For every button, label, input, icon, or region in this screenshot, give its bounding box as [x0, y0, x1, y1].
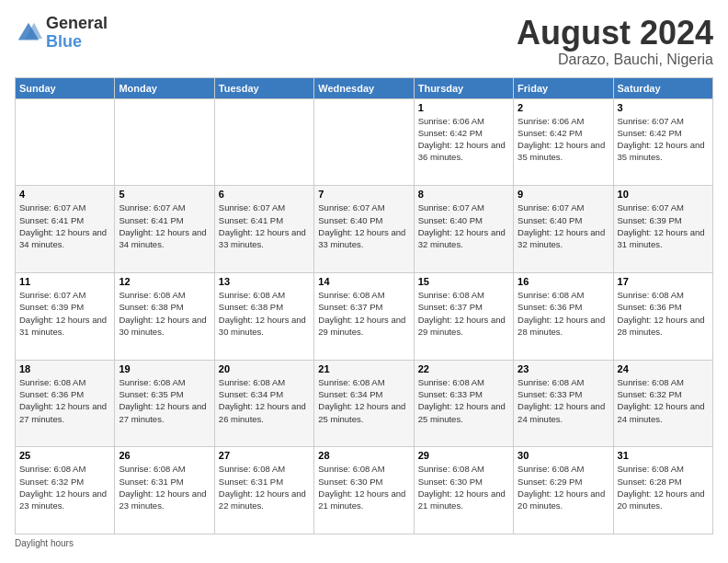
day-number: 20	[219, 363, 310, 374]
day-number: 13	[219, 276, 310, 287]
day-number: 31	[618, 450, 709, 461]
day-cell: 30Sunrise: 6:08 AM Sunset: 6:29 PM Dayli…	[514, 447, 613, 534]
day-cell: 26Sunrise: 6:08 AM Sunset: 6:31 PM Dayli…	[115, 447, 214, 534]
day-cell	[115, 98, 214, 186]
day-cell: 13Sunrise: 6:08 AM Sunset: 6:38 PM Dayli…	[214, 272, 313, 360]
week-row-5: 25Sunrise: 6:08 AM Sunset: 6:32 PM Dayli…	[16, 447, 713, 534]
day-info: Sunrise: 6:07 AM Sunset: 6:41 PM Dayligh…	[119, 201, 210, 250]
day-number: 21	[318, 363, 409, 374]
day-info: Sunrise: 6:07 AM Sunset: 6:39 PM Dayligh…	[19, 289, 110, 338]
title-block: August 2024 Darazo, Bauchi, Nigeria	[517, 15, 713, 68]
day-number: 5	[119, 189, 210, 200]
day-cell: 15Sunrise: 6:08 AM Sunset: 6:37 PM Dayli…	[414, 272, 513, 360]
col-header-saturday: Saturday	[613, 77, 712, 98]
main-title: August 2024	[517, 15, 713, 52]
day-cell: 1Sunrise: 6:06 AM Sunset: 6:42 PM Daylig…	[414, 98, 513, 186]
day-number: 15	[418, 276, 509, 287]
col-header-sunday: Sunday	[16, 77, 115, 98]
day-cell: 5Sunrise: 6:07 AM Sunset: 6:41 PM Daylig…	[115, 186, 214, 273]
day-cell: 6Sunrise: 6:07 AM Sunset: 6:41 PM Daylig…	[214, 186, 313, 273]
day-info: Sunrise: 6:08 AM Sunset: 6:34 PM Dayligh…	[219, 376, 310, 425]
logo: General Blue	[15, 15, 108, 52]
day-number: 11	[19, 276, 110, 287]
day-cell: 10Sunrise: 6:07 AM Sunset: 6:39 PM Dayli…	[613, 186, 712, 273]
col-header-friday: Friday	[514, 77, 613, 98]
day-number: 23	[518, 363, 609, 374]
day-info: Sunrise: 6:07 AM Sunset: 6:40 PM Dayligh…	[318, 201, 409, 250]
day-cell: 16Sunrise: 6:08 AM Sunset: 6:36 PM Dayli…	[514, 272, 613, 360]
day-number: 14	[318, 276, 409, 287]
day-number: 26	[119, 450, 210, 461]
subtitle: Darazo, Bauchi, Nigeria	[517, 52, 713, 68]
day-cell: 20Sunrise: 6:08 AM Sunset: 6:34 PM Dayli…	[214, 360, 313, 447]
day-info: Sunrise: 6:06 AM Sunset: 6:42 PM Dayligh…	[418, 115, 509, 164]
col-header-monday: Monday	[115, 77, 214, 98]
day-number: 22	[418, 363, 509, 374]
day-info: Sunrise: 6:07 AM Sunset: 6:40 PM Dayligh…	[418, 201, 509, 250]
day-info: Sunrise: 6:08 AM Sunset: 6:38 PM Dayligh…	[219, 289, 310, 338]
day-info: Sunrise: 6:08 AM Sunset: 6:36 PM Dayligh…	[19, 376, 110, 425]
day-cell: 7Sunrise: 6:07 AM Sunset: 6:40 PM Daylig…	[314, 186, 414, 273]
day-cell: 25Sunrise: 6:08 AM Sunset: 6:32 PM Dayli…	[16, 447, 115, 534]
col-header-wednesday: Wednesday	[314, 77, 414, 98]
day-number: 4	[19, 189, 110, 200]
day-number: 12	[119, 276, 210, 287]
day-info: Sunrise: 6:08 AM Sunset: 6:32 PM Dayligh…	[19, 463, 110, 511]
day-info: Sunrise: 6:08 AM Sunset: 6:30 PM Dayligh…	[318, 463, 409, 511]
day-number: 18	[19, 363, 110, 374]
day-info: Sunrise: 6:06 AM Sunset: 6:42 PM Dayligh…	[518, 115, 609, 164]
day-number: 6	[219, 189, 310, 200]
day-number: 8	[418, 189, 509, 200]
day-cell: 17Sunrise: 6:08 AM Sunset: 6:36 PM Dayli…	[613, 272, 712, 360]
day-info: Sunrise: 6:07 AM Sunset: 6:41 PM Dayligh…	[19, 201, 110, 250]
day-number: 3	[618, 102, 709, 113]
week-row-2: 4Sunrise: 6:07 AM Sunset: 6:41 PM Daylig…	[16, 186, 713, 273]
day-info: Sunrise: 6:08 AM Sunset: 6:37 PM Dayligh…	[418, 289, 509, 338]
day-number: 7	[318, 189, 409, 200]
page: General Blue August 2024 Darazo, Bauchi,…	[0, 0, 728, 563]
day-cell: 14Sunrise: 6:08 AM Sunset: 6:37 PM Dayli…	[314, 272, 414, 360]
day-number: 27	[219, 450, 310, 461]
day-cell: 31Sunrise: 6:08 AM Sunset: 6:28 PM Dayli…	[613, 447, 712, 534]
day-cell: 18Sunrise: 6:08 AM Sunset: 6:36 PM Dayli…	[16, 360, 115, 447]
day-info: Sunrise: 6:07 AM Sunset: 6:41 PM Dayligh…	[219, 201, 310, 250]
day-cell: 22Sunrise: 6:08 AM Sunset: 6:33 PM Dayli…	[414, 360, 513, 447]
day-cell: 2Sunrise: 6:06 AM Sunset: 6:42 PM Daylig…	[514, 98, 613, 186]
day-cell	[214, 98, 313, 186]
day-number: 19	[119, 363, 210, 374]
logo-icon	[15, 19, 42, 47]
day-cell: 29Sunrise: 6:08 AM Sunset: 6:30 PM Dayli…	[414, 447, 513, 534]
day-info: Sunrise: 6:08 AM Sunset: 6:31 PM Dayligh…	[219, 463, 310, 511]
day-cell	[314, 98, 414, 186]
day-cell: 21Sunrise: 6:08 AM Sunset: 6:34 PM Dayli…	[314, 360, 414, 447]
day-info: Sunrise: 6:08 AM Sunset: 6:35 PM Dayligh…	[119, 376, 210, 425]
day-number: 2	[518, 102, 609, 113]
day-info: Sunrise: 6:08 AM Sunset: 6:33 PM Dayligh…	[518, 376, 609, 425]
calendar-table: SundayMondayTuesdayWednesdayThursdayFrid…	[15, 77, 713, 534]
day-info: Sunrise: 6:08 AM Sunset: 6:28 PM Dayligh…	[618, 463, 709, 511]
week-row-4: 18Sunrise: 6:08 AM Sunset: 6:36 PM Dayli…	[16, 360, 713, 447]
day-info: Sunrise: 6:08 AM Sunset: 6:31 PM Dayligh…	[119, 463, 210, 511]
week-row-3: 11Sunrise: 6:07 AM Sunset: 6:39 PM Dayli…	[16, 272, 713, 360]
day-info: Sunrise: 6:08 AM Sunset: 6:33 PM Dayligh…	[418, 376, 509, 425]
day-number: 25	[19, 450, 110, 461]
day-cell: 9Sunrise: 6:07 AM Sunset: 6:40 PM Daylig…	[514, 186, 613, 273]
footer: Daylight hours	[15, 538, 713, 548]
week-row-1: 1Sunrise: 6:06 AM Sunset: 6:42 PM Daylig…	[16, 98, 713, 186]
day-cell: 23Sunrise: 6:08 AM Sunset: 6:33 PM Dayli…	[514, 360, 613, 447]
day-info: Sunrise: 6:07 AM Sunset: 6:40 PM Dayligh…	[518, 201, 609, 250]
day-info: Sunrise: 6:07 AM Sunset: 6:42 PM Dayligh…	[618, 115, 709, 164]
header: General Blue August 2024 Darazo, Bauchi,…	[15, 15, 713, 68]
day-number: 16	[518, 276, 609, 287]
day-info: Sunrise: 6:08 AM Sunset: 6:30 PM Dayligh…	[418, 463, 509, 511]
day-cell: 24Sunrise: 6:08 AM Sunset: 6:32 PM Dayli…	[613, 360, 712, 447]
day-cell: 27Sunrise: 6:08 AM Sunset: 6:31 PM Dayli…	[214, 447, 313, 534]
day-cell	[16, 98, 115, 186]
col-header-tuesday: Tuesday	[214, 77, 313, 98]
day-number: 10	[618, 189, 709, 200]
day-info: Sunrise: 6:08 AM Sunset: 6:29 PM Dayligh…	[518, 463, 609, 511]
day-cell: 11Sunrise: 6:07 AM Sunset: 6:39 PM Dayli…	[16, 272, 115, 360]
day-info: Sunrise: 6:08 AM Sunset: 6:38 PM Dayligh…	[119, 289, 210, 338]
day-info: Sunrise: 6:08 AM Sunset: 6:32 PM Dayligh…	[618, 376, 709, 425]
day-number: 1	[418, 102, 509, 113]
